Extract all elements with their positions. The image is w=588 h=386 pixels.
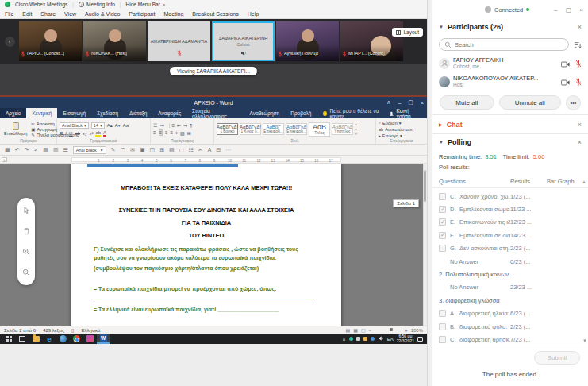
spelling-icon[interactable]: ✓ xyxy=(33,147,38,153)
camera-icon[interactable] xyxy=(561,75,570,89)
page-count[interactable]: Σελίδα 2 από 6 xyxy=(4,328,36,333)
poll-checkbox[interactable] xyxy=(439,323,446,330)
close-button[interactable]: × xyxy=(421,100,424,106)
picture-icon[interactable]: ▨ xyxy=(169,147,175,153)
change-case-icon[interactable]: Aa xyxy=(123,123,129,128)
poll-checkbox[interactable] xyxy=(439,336,446,343)
minimize-button[interactable]: – xyxy=(398,100,401,106)
outdent-icon[interactable]: ⇤ xyxy=(177,122,181,128)
poll-row[interactable]: A.διαφορετική ηλικία:6/23 (... xyxy=(439,307,582,320)
chat-header[interactable]: ▶ Chat × xyxy=(432,114,588,133)
document-page[interactable]: ΜΠΡΑΒΟ!!! ΤΑ ΕΧΕΙΣ ΚΑΤΑΦΕΡΕΙ ΠΟΛΥ ΚΑΛΑ Μ… xyxy=(71,164,341,326)
align-center-icon[interactable]: ≡ xyxy=(159,129,163,136)
participant-row[interactable]: ΓΑΡΙΟΥ ΑΓΓΕΛΙΚΗCohost, me xyxy=(432,54,588,72)
redo-icon[interactable]: ↷ xyxy=(25,147,29,153)
maximize-button[interactable]: ▢ xyxy=(566,6,572,14)
paste-button[interactable]: Επικόλληση xyxy=(2,120,29,138)
font-color-icon[interactable]: A xyxy=(208,147,212,152)
file-explorer-button[interactable] xyxy=(29,334,42,344)
proofing-icon[interactable]: ▯ xyxy=(71,327,74,333)
poll-checkbox[interactable] xyxy=(439,245,446,252)
shrink-font-icon[interactable]: A▾ xyxy=(115,122,121,128)
menu-help[interactable]: Help xyxy=(248,11,259,17)
justify-icon[interactable]: ≡ xyxy=(171,130,174,135)
participant-tile[interactable]: ΝΙΚΟΛΑΚ... (Host) xyxy=(83,21,146,61)
close-chat-icon[interactable]: × xyxy=(578,121,582,129)
save-icon[interactable]: ▦ xyxy=(5,147,10,153)
photos-button[interactable] xyxy=(83,334,96,344)
scroll-down-icon[interactable]: ▼ xyxy=(582,338,587,343)
menu-audio-video[interactable]: Audio & Video xyxy=(85,11,120,17)
tell-me-box[interactable]: Πείτε μου τι θέλετε να κάνετε... xyxy=(323,108,388,118)
participant-tile[interactable]: ΓΑΡΙΟ... (Cohost...) xyxy=(19,21,82,61)
participant-tile[interactable]: ΣΑΦΑΡΙΚΑ ΑΙΚΑΤΕΡΙΝΗCohost xyxy=(212,21,275,61)
panel-divider[interactable] xyxy=(427,0,432,386)
word-taskbar-button[interactable]: W xyxy=(97,334,110,344)
meeting-info-button[interactable]: i Meeting Info xyxy=(79,2,115,7)
poll-row[interactable]: B.διαφορετικό φύλο:2/23 (... xyxy=(439,320,582,333)
zoom-out-button[interactable]: − xyxy=(369,328,372,333)
borders-icon[interactable]: ⊟ xyxy=(216,147,221,153)
taskbar-clock[interactable]: 6:56 μμ 22/3/2021 xyxy=(397,334,414,344)
minimize-button[interactable]: – xyxy=(554,6,557,14)
close-polling-icon[interactable]: × xyxy=(578,138,582,146)
poll-row[interactable]: C.διαφορετική θρησκ...7/23 (... xyxy=(439,333,582,345)
menu-file[interactable]: File xyxy=(5,11,13,17)
indent-icon[interactable]: ⇥ xyxy=(183,122,187,128)
zoom-level[interactable]: 100% xyxy=(411,328,423,333)
tab-selector[interactable]: L xyxy=(2,157,7,162)
line-spacing-icon[interactable]: ↕ xyxy=(175,130,178,135)
camera-icon[interactable] xyxy=(561,56,570,71)
highlight-color-button[interactable]: ab xyxy=(95,130,101,137)
mute-all-button[interactable]: Mute all xyxy=(440,95,494,110)
participant-tile[interactable]: ΑΙΚΑΤΕΡΙΝΙΔΗ ΑΔΑΜΑΝΤΙΑ xyxy=(148,21,210,61)
shading-icon[interactable]: ▨ xyxy=(180,130,185,136)
menu-view[interactable]: View xyxy=(64,11,76,17)
align-right-icon[interactable]: ≡ xyxy=(165,130,168,135)
network-icon[interactable] xyxy=(371,337,375,341)
start-button[interactable] xyxy=(2,334,15,344)
poll-row[interactable]: G.Δεν ασκούνται στη...2/23 (... xyxy=(439,242,582,255)
bullet-list-icon[interactable]: ☰ xyxy=(153,122,157,128)
poll-row[interactable]: C.Χάνουν χρόνο, χω...1/23 (... xyxy=(439,190,582,203)
more-icon[interactable]: ⋯ xyxy=(225,147,231,153)
borders-icon[interactable]: ⊞ xyxy=(187,130,191,136)
style-card[interactable]: ΑαΒβΓγΔ!1 Χωρίς δ... xyxy=(240,123,261,135)
participant-row[interactable]: ΝΙΚΟΛΑΚΟΠΟΥΛΟΥ ΑΙΚΑΤΕΡ...Host xyxy=(432,72,588,91)
unmute-all-button[interactable]: Unmute all xyxy=(499,95,561,110)
tray-expand-icon[interactable]: ∧ xyxy=(342,336,345,342)
poll-row[interactable]: E.Επικοινωνούν τις ιδ...12/23 ... xyxy=(439,216,582,229)
font-name-combo[interactable]: Arial Black▾ xyxy=(60,122,89,129)
print-layout-icon[interactable]: ▦ xyxy=(353,327,358,333)
onedrive-icon[interactable] xyxy=(356,337,360,341)
close-button[interactable]: × xyxy=(579,6,583,14)
style-card[interactable]: ΑαΒβΓγΔ!1 Βασικό xyxy=(217,123,238,135)
poll-row[interactable]: F.Εμπλέκονται σε δια...14/23 ... xyxy=(439,229,582,241)
number-list-icon[interactable]: ≔ xyxy=(159,122,164,128)
restore-button[interactable]: ▢ xyxy=(408,99,413,106)
comment-icon[interactable]: ◻ xyxy=(179,147,184,153)
sort-icon[interactable] xyxy=(574,37,582,52)
chrome-button[interactable] xyxy=(70,334,83,344)
muted-mic-icon[interactable] xyxy=(575,56,582,71)
ribbon-tab-7[interactable]: Αναθεώρηση xyxy=(244,108,285,118)
superscript-button[interactable]: x² xyxy=(89,131,93,136)
polling-header[interactable]: ▼ Polling × xyxy=(432,133,588,149)
scroll-up-icon[interactable]: ▲ xyxy=(582,179,586,184)
shield-icon[interactable] xyxy=(363,337,367,341)
poll-row[interactable]: D.Εμπλέκονται σωμα...11/23 ... xyxy=(439,203,582,215)
poll-checkbox[interactable] xyxy=(439,193,446,200)
more-options-button[interactable]: ••• xyxy=(566,95,581,110)
poll-row[interactable]: 3. διαφορετική γλώσσα xyxy=(439,294,582,307)
browser-button[interactable] xyxy=(56,334,69,344)
font-size-combo[interactable]: 14▾ xyxy=(91,122,105,129)
ribbon-options-icon[interactable]: ∧ xyxy=(386,99,390,106)
bullets-icon[interactable]: ☰ xyxy=(63,147,68,153)
align-left-icon[interactable]: ≡ xyxy=(153,130,156,135)
volume-icon[interactable] xyxy=(378,335,384,342)
read-mode-icon[interactable]: ▤ xyxy=(346,327,351,333)
ribbon-tab-8[interactable]: Προβολή xyxy=(285,108,317,118)
ribbon-tab-2[interactable]: Εισαγωγή xyxy=(57,108,91,118)
participant-tile[interactable]: Αγγελική Πούντζα xyxy=(276,21,339,61)
style-card[interactable]: ΑαΒβΓΕπικεφαλί... xyxy=(263,123,284,135)
